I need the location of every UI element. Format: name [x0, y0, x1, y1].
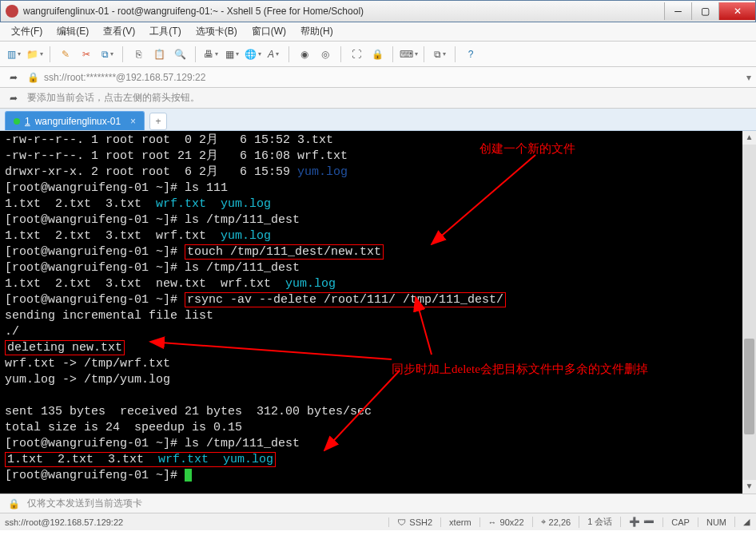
tab-index: 1	[25, 116, 30, 127]
menu-view[interactable]: 查看(V)	[97, 23, 141, 40]
properties-icon[interactable]: ⧉	[98, 46, 116, 63]
xftp-icon[interactable]: ◎	[316, 46, 334, 63]
menu-window[interactable]: 窗口(W)	[245, 23, 292, 40]
hint-icon[interactable]: ➦	[5, 89, 22, 107]
disconnect-icon[interactable]: ✂	[78, 46, 95, 63]
menu-file[interactable]: 文件(F)	[5, 23, 49, 40]
lock-icon[interactable]: 🔒	[368, 46, 386, 63]
addr-dropdown-icon[interactable]: ▾	[746, 72, 751, 83]
compose-lock-icon[interactable]: 🔒	[5, 495, 22, 513]
highlighted-command: touch /tmp/111_dest/new.txt	[185, 244, 384, 260]
terminal-line: [root@wangruifeng-01 ~]# touch /tmp/111_…	[5, 244, 751, 260]
fullscreen-icon[interactable]: ⛶	[348, 46, 365, 63]
terminal-line: 1.txt 2.txt 3.txt new.txt wrf.txt yum.lo…	[5, 276, 751, 292]
terminal-line: [root@wangruifeng-01 ~]# rsync -av --del…	[5, 292, 751, 308]
terminal[interactable]: -rw-r--r--. 1 root root 0 2月 6 15:52 3.t…	[0, 131, 756, 494]
scroll-down-icon[interactable]: ▾	[742, 480, 756, 494]
status-term: xterm	[440, 517, 479, 527]
terminal-line: sent 135 bytes received 21 bytes 312.00 …	[5, 404, 751, 420]
terminal-line: 1.txt 2.txt 3.txt wrf.txt yum.log	[5, 452, 751, 468]
compose-bar: 🔒 仅将文本发送到当前选项卡	[0, 494, 756, 513]
terminal-text: -rw-r--r--. 1 root root 21 2月 6 16:08 wr…	[5, 149, 348, 163]
menu-edit[interactable]: 编辑(E)	[50, 23, 95, 40]
xagent-icon[interactable]: ◉	[296, 46, 313, 63]
maximize-button[interactable]: ▢	[691, 2, 718, 20]
terminal-line: total size is 24 speedup is 0.15	[5, 420, 751, 436]
copy-icon[interactable]: ⎘	[129, 46, 147, 63]
keyboard-icon[interactable]: ⌨	[400, 46, 417, 63]
status-cursor: ⌖22,26	[532, 517, 579, 527]
terminal-line	[5, 388, 751, 404]
plus-icon: ➕	[629, 517, 640, 527]
cursor-icon: ⌖	[541, 517, 546, 527]
resize-grip-icon[interactable]: ◢	[734, 517, 751, 527]
minus-icon: ➖	[643, 517, 655, 527]
tab-label: wangruifenglinux-01	[35, 116, 121, 127]
addr-lock-icon: 🔒	[27, 72, 39, 83]
reconnect-icon[interactable]: ✎	[57, 46, 74, 63]
terminal-text: 1.txt 2.txt 3.txt	[7, 453, 158, 466]
terminal-text: yum.log -> /tmp/yum.log	[5, 373, 170, 386]
font-icon[interactable]: A	[265, 46, 282, 63]
status-flags: ➕➖	[620, 517, 662, 527]
terminal-text: 1.txt 2.txt 3.txt	[5, 197, 156, 211]
status-caps: CAP	[662, 517, 698, 527]
terminal-cursor	[185, 469, 192, 482]
terminal-text: [root@wangruifeng-01 ~]# ls /tmp/111_des…	[5, 213, 300, 227]
terminal-scrollbar[interactable]: ▴ ▾	[742, 131, 756, 494]
new-session-icon[interactable]: ▥	[5, 46, 22, 63]
address-text[interactable]: ssh://root:********@192.168.57.129:22	[44, 72, 742, 83]
resize-icon: ↔	[488, 517, 497, 527]
open-session-icon[interactable]: 📁	[26, 46, 43, 63]
terminal-line: -rw-r--r--. 1 root root 0 2月 6 15:52 3.t…	[5, 133, 751, 149]
window-titlebar: wangruifenglinux-01 - root@wangruifeng-0…	[0, 0, 756, 22]
terminal-text: wrf.txt yum.log	[156, 197, 271, 211]
terminal-text: wrf.txt yum.log	[158, 453, 273, 466]
close-button[interactable]: ✕	[718, 2, 755, 20]
globe-icon[interactable]: 🌐	[244, 46, 261, 63]
terminal-text: sending incremental file list	[5, 309, 213, 323]
paste-icon[interactable]: 📋	[150, 46, 168, 63]
terminal-line: drwxr-xr-x. 2 root root 6 2月 6 15:59 yum…	[5, 165, 751, 180]
print-icon[interactable]: 🖶	[202, 46, 220, 63]
app-icon	[6, 5, 18, 18]
terminal-line: yum.log -> /tmp/yum.log	[5, 372, 751, 388]
tab-close-icon[interactable]: ×	[130, 116, 136, 127]
hint-text: 要添加当前会话，点击左侧的箭头按钮。	[27, 91, 200, 105]
terminal-text: [root@wangruifeng-01 ~]#	[5, 469, 185, 482]
find-icon[interactable]: 🔍	[171, 46, 189, 63]
terminal-line: 1.txt 2.txt 3.txt wrf.txt yum.log	[5, 228, 751, 244]
terminal-line: ./	[5, 324, 751, 340]
terminal-text: [root@wangruifeng-01 ~]# ls 111	[5, 181, 228, 195]
tabs-icon[interactable]: ⧉	[431, 46, 448, 63]
terminal-line: [root@wangruifeng-01 ~]# ls /tmp/111_des…	[5, 260, 751, 276]
scroll-up-icon[interactable]: ▴	[742, 131, 756, 145]
addr-add-icon[interactable]: ➦	[5, 69, 22, 86]
menubar: 文件(F) 编辑(E) 查看(V) 工具(T) 选项卡(B) 窗口(W) 帮助(…	[0, 22, 756, 42]
terminal-line: [root@wangruifeng-01 ~]# ls 111	[5, 180, 751, 196]
layout-icon[interactable]: ▦	[223, 46, 241, 63]
menu-tabs[interactable]: 选项卡(B)	[189, 23, 244, 40]
scroll-thumb[interactable]	[744, 339, 754, 434]
window-title: wangruifenglinux-01 - root@wangruifeng-0…	[23, 6, 664, 17]
terminal-text: sent 135 bytes received 21 bytes 312.00 …	[5, 405, 372, 418]
menu-help[interactable]: 帮助(H)	[294, 23, 340, 40]
terminal-line: [root@wangruifeng-01 ~]# ls /tmp/111_des…	[5, 212, 751, 228]
terminal-line: [root@wangruifeng-01 ~]# ls /tmp/111_des…	[5, 436, 751, 452]
address-bar: ➦ 🔒 ssh://root:********@192.168.57.129:2…	[0, 67, 756, 88]
terminal-line: deleting new.txt	[5, 340, 751, 356]
terminal-text: wrf.txt -> /tmp/wrf.txt	[5, 357, 170, 371]
compose-note: 仅将文本发送到当前选项卡	[27, 497, 142, 510]
menu-tools[interactable]: 工具(T)	[143, 23, 187, 40]
terminal-text: 1.txt 2.txt 3.txt new.txt wrf.txt	[5, 277, 285, 291]
terminal-text: yum.log	[285, 277, 336, 291]
terminal-line: 1.txt 2.txt 3.txt wrf.txt yum.log	[5, 196, 751, 212]
hint-bar: ➦ 要添加当前会话，点击左侧的箭头按钮。	[0, 88, 756, 109]
tab-session[interactable]: 1 wangruifenglinux-01 ×	[5, 111, 145, 130]
minimize-button[interactable]: ─	[664, 2, 691, 20]
tab-add-button[interactable]: +	[149, 113, 167, 130]
highlighted-command: rsync -av --delete /root/111/ /tmp/111_d…	[185, 292, 506, 307]
toolbar: ▥ 📁 ✎ ✂ ⧉ ⎘ 📋 🔍 🖶 ▦ 🌐 A ◉ ◎ ⛶ 🔒 ⌨ ⧉ ?	[0, 42, 756, 67]
help-icon[interactable]: ?	[462, 46, 479, 63]
status-protocol: 🛡SSH2	[388, 517, 440, 527]
